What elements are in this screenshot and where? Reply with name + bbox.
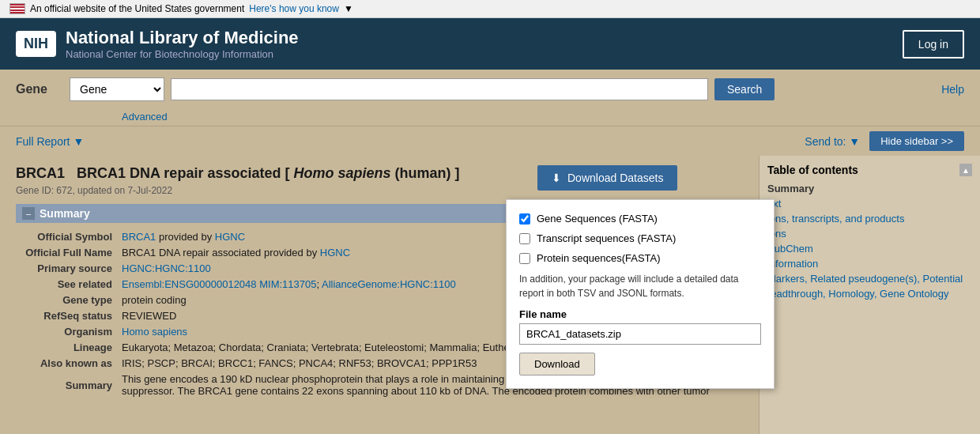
sidebar-item-pubchem[interactable]: PubChem: [767, 243, 972, 255]
transcript-sequences-label: Transcript sequences (FASTA): [537, 232, 676, 244]
site-subtitle: National Center for Biotechnology Inform…: [66, 48, 299, 60]
gene-type-label: Gene type: [17, 294, 120, 308]
protein-sequences-checkbox[interactable]: [519, 253, 530, 264]
header-title: National Library of Medicine National Ce…: [66, 28, 299, 60]
provided-by-text2: provided by: [264, 247, 320, 259]
header-left: NIH National Library of Medicine Nationa…: [16, 28, 299, 60]
full-report-label: Full Report: [16, 135, 70, 148]
organism-label: Organism: [17, 326, 120, 340]
dropdown-arrow-icon: ▼: [344, 3, 353, 14]
sidebar-item-ions-transcripts[interactable]: ions, transcripts, and products: [767, 213, 972, 225]
gene-sequences-row: Gene Sequences (FASTA): [519, 213, 761, 225]
hide-sidebar-button[interactable]: Hide sidebar >>: [869, 131, 964, 151]
gene-sequences-checkbox[interactable]: [519, 213, 530, 225]
gene-organism: Homo sapiens: [293, 165, 390, 181]
transcript-sequences-row: Transcript sequences (FASTA): [519, 232, 761, 244]
sidebar-scroll-up-button[interactable]: ▲: [959, 164, 972, 176]
download-datasets-label: Download Datasets: [567, 172, 663, 184]
official-symbol-label: Official Symbol: [17, 231, 120, 245]
login-button[interactable]: Log in: [903, 30, 964, 58]
lineage-label: Lineage: [17, 342, 120, 356]
site-header: NIH National Library of Medicine Nationa…: [0, 18, 980, 70]
mim-link[interactable]: MIM:113705: [259, 278, 316, 290]
gov-banner-text: An official website of the United States…: [30, 3, 244, 14]
summary-text-label: Summary: [17, 373, 120, 399]
advanced-link-row: Advanced: [0, 109, 980, 126]
search-button[interactable]: Search: [714, 78, 775, 100]
gene-organism-suffix: (human) ]: [395, 165, 460, 181]
hgnc-link-symbol[interactable]: HGNC: [215, 231, 245, 243]
search-input[interactable]: [171, 78, 708, 100]
sidebar-item-summary[interactable]: Summary: [767, 183, 972, 194]
full-name-text: BRCA1 DNA repair associated: [122, 247, 261, 259]
us-flag-icon: [9, 3, 25, 14]
send-to-arrow-icon: ▼: [849, 135, 860, 148]
help-link[interactable]: Help: [941, 83, 964, 96]
primary-source-link[interactable]: HGNC:HGNC:1100: [122, 262, 211, 274]
official-full-name-label: Official Full Name: [17, 247, 120, 261]
protein-sequences-row: Protein sequences(FASTA): [519, 252, 761, 264]
toolbar-right: Send to: ▼ Hide sidebar >>: [805, 131, 964, 151]
toolbar: Full Report ▼ Send to: ▼ Hide sidebar >>: [0, 126, 980, 156]
dropdown-arrow-icon: ▼: [73, 135, 84, 148]
download-button[interactable]: Download: [519, 353, 595, 376]
ensembl-link[interactable]: Ensembl:ENSG00000012048: [122, 278, 257, 290]
main-content: BRCA1 BRCA1 DNA repair associated [ Homo…: [0, 156, 980, 434]
search-bar: Gene Gene Search Help: [0, 70, 980, 109]
gene-sequences-label: Gene Sequences (FASTA): [537, 213, 658, 225]
sidebar: Table of contents ▲ Summary ext ions, tr…: [759, 156, 980, 434]
sidebar-item-ext[interactable]: ext: [767, 198, 972, 209]
download-popup: Gene Sequences (FASTA) Transcript sequen…: [506, 199, 775, 389]
gene-name-title: BRCA1 DNA repair associated [: [77, 165, 289, 181]
sidebar-header: Table of contents ▲: [767, 164, 972, 176]
provided-by-text: provided by: [159, 231, 215, 243]
popup-note: In addition, your package will include a…: [519, 272, 761, 300]
file-name-label: File name: [519, 308, 761, 320]
protein-sequences-label: Protein sequences(FASTA): [537, 252, 661, 264]
alliance-link[interactable]: AllianceGenome:HGNC:1100: [322, 278, 456, 290]
gov-banner: An official website of the United States…: [0, 0, 980, 18]
see-related-label: See related: [17, 278, 120, 292]
hgnc-link-name[interactable]: HGNC: [320, 247, 350, 259]
download-icon: ⬇: [552, 172, 561, 184]
heres-how-link[interactable]: Here's how you know: [249, 3, 339, 14]
file-name-input[interactable]: [519, 323, 761, 345]
send-to-label: Send to:: [805, 135, 846, 148]
also-known-label: Also known as: [17, 357, 120, 372]
search-database-select[interactable]: Gene: [70, 77, 164, 101]
sidebar-item-markers[interactable]: Markers, Related pseudogene(s), Potentia…: [767, 273, 972, 285]
sidebar-item-ions[interactable]: ions: [767, 228, 972, 240]
sidebar-item-readthrough[interactable]: readthrough, Homology, Gene Ontology: [767, 288, 972, 300]
organism-link[interactable]: Homo sapiens: [122, 326, 187, 338]
refseq-status-label: RefSeq status: [17, 310, 120, 324]
send-to-button[interactable]: Send to: ▼: [805, 135, 860, 148]
search-label: Gene: [16, 82, 63, 96]
download-datasets-button[interactable]: ⬇ Download Datasets: [537, 165, 677, 191]
sidebar-title: Table of contents: [767, 164, 858, 176]
transcript-sequences-checkbox[interactable]: [519, 233, 530, 244]
site-name: National Library of Medicine: [66, 28, 299, 48]
summary-title: Summary: [40, 207, 90, 220]
gene-symbol: BRCA1: [16, 165, 65, 181]
advanced-search-link[interactable]: Advanced: [122, 111, 168, 123]
collapse-button[interactable]: –: [22, 207, 35, 220]
primary-source-label: Primary source: [17, 262, 120, 277]
full-report-button[interactable]: Full Report ▼: [16, 135, 84, 148]
official-symbol-link[interactable]: BRCA1: [122, 231, 156, 243]
sidebar-item-information[interactable]: information: [767, 258, 972, 270]
nih-logo: NIH: [16, 31, 56, 57]
